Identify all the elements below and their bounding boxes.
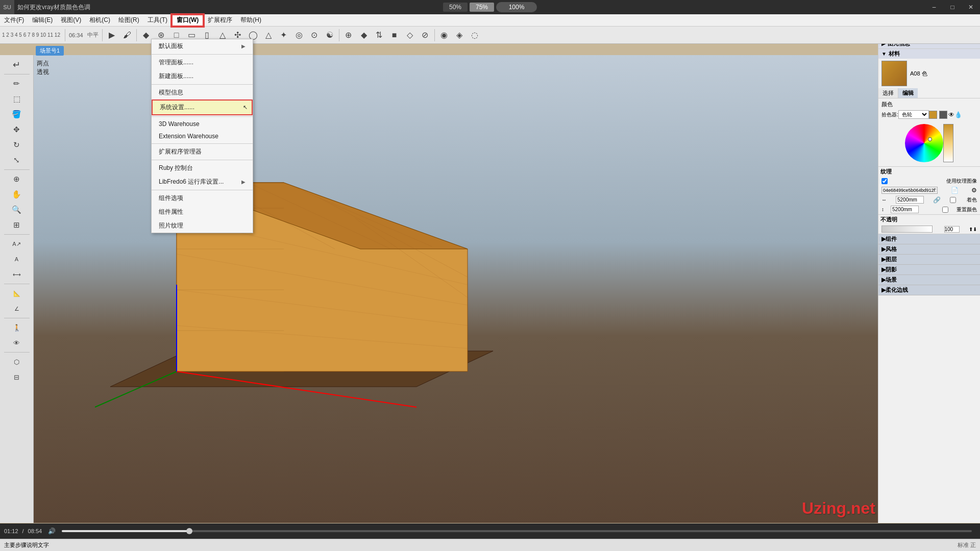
left-tool-select[interactable]: ↵ <box>10 58 24 72</box>
left-tool-angle[interactable]: ∠ <box>10 302 24 316</box>
menu-item-manage-panels[interactable]: 管理面板...... <box>152 56 253 69</box>
tool-extra-1[interactable]: ◉ <box>437 28 451 42</box>
menu-item-system-settings[interactable]: 系统设置...... ↖ <box>152 99 253 115</box>
progress-100: 100% <box>496 2 537 12</box>
opacity-bar[interactable] <box>881 226 933 233</box>
texture-icon-2[interactable]: ⚙ <box>971 187 977 194</box>
video-separator: / <box>22 528 24 534</box>
left-tool-pan[interactable]: ✋ <box>10 187 24 202</box>
tool-btn-cursor[interactable]: ▶ <box>105 28 119 42</box>
left-tool-dim[interactable]: ⟷ <box>10 267 24 282</box>
left-tool-zoomall[interactable]: ⊞ <box>10 218 24 232</box>
left-tool-paint[interactable]: 🪣 <box>10 107 24 121</box>
menu-item-component-options[interactable]: 组件选项 <box>152 191 253 205</box>
texture-id-field[interactable] <box>881 187 938 194</box>
left-tool-tape[interactable]: 📐 <box>10 286 24 300</box>
menu-window[interactable]: 窗口(W) <box>172 14 204 27</box>
tab-edit[interactable]: 编辑 <box>898 88 918 98</box>
material-preview-swatch[interactable] <box>881 61 907 86</box>
left-tool-section[interactable]: ⊟ <box>10 370 24 384</box>
progress-dot[interactable] <box>186 528 192 534</box>
left-tool-scale[interactable]: ⤡ <box>10 153 24 167</box>
close-button[interactable]: ✕ <box>962 0 980 14</box>
opacity-stepper[interactable]: ⬆⬇ <box>969 227 977 232</box>
tool-3d-9[interactable]: △ <box>261 28 276 42</box>
volume-icon[interactable]: 🔊 <box>48 528 56 535</box>
menu-draw[interactable]: 绘图(R) <box>114 14 143 27</box>
color-wheel[interactable] <box>905 124 943 162</box>
progress-50: 50% <box>443 3 468 12</box>
texture-height-input[interactable] <box>891 206 919 213</box>
styles-section[interactable]: ▶ 风格 <box>878 244 980 255</box>
left-tool-orbit[interactable]: ⊕ <box>10 172 24 186</box>
texture-width-input[interactable] <box>896 196 924 204</box>
use-texture-checkbox[interactable] <box>881 178 888 184</box>
menu-item-photo-texture[interactable]: 照片纹理 <box>152 219 253 233</box>
tab-select[interactable]: 选择 <box>878 88 898 98</box>
reset-checkbox[interactable] <box>942 207 948 213</box>
maximize-button[interactable]: □ <box>943 0 962 14</box>
menu-item-default-panels[interactable]: 默认面板 ▶ <box>152 39 253 53</box>
tool-nav-6[interactable]: ⊘ <box>418 28 432 42</box>
menu-item-component-props[interactable]: 组件属性 <box>152 205 253 219</box>
tint-checkbox[interactable] <box>950 197 956 203</box>
toolbar-divider-3 <box>136 29 137 41</box>
layers-label: 图层 <box>886 256 897 263</box>
left-tool-zoom[interactable]: 🔍 <box>10 203 24 217</box>
left-tool-rotate[interactable]: ↻ <box>10 138 24 152</box>
menu-item-3d-warehouse[interactable]: 3D Warehouse <box>152 118 253 130</box>
left-tool-text[interactable]: A↗ <box>10 237 24 251</box>
shadows-section[interactable]: ▶ 阴影 <box>878 265 980 275</box>
tool-nav-3[interactable]: ⇅ <box>372 28 386 42</box>
menu-edit[interactable]: 编辑(E) <box>28 14 57 27</box>
tool-3d-10[interactable]: ✦ <box>277 28 291 42</box>
tool-3d-12[interactable]: ⊙ <box>307 28 322 42</box>
components-section[interactable]: ▶ 组件 <box>878 234 980 244</box>
color-swatch-2[interactable] <box>939 111 947 119</box>
menu-item-model-info[interactable]: 模型信息 <box>152 86 253 99</box>
menu-item-extension-manager[interactable]: 扩展程序管理器 <box>152 145 253 159</box>
dropper-icon[interactable]: 💧 <box>954 111 962 118</box>
tool-extra-2[interactable]: ◈ <box>452 28 467 42</box>
left-tool-walk[interactable]: 🚶 <box>10 320 24 335</box>
minimize-button[interactable]: – <box>925 0 943 14</box>
tool-3d-13[interactable]: ☯ <box>323 28 337 42</box>
picker-type-select[interactable]: 色轮 <box>898 110 929 119</box>
tool-nav-2[interactable]: ◆ <box>357 28 371 42</box>
menu-item-libfredo[interactable]: LibFredo6 运行库设置... ▶ <box>152 175 253 189</box>
left-separator-3 <box>4 234 30 235</box>
tool-btn-paint[interactable]: 🖌 <box>120 28 134 42</box>
menu-view[interactable]: 视图(V) <box>57 14 85 27</box>
left-tool-eraser[interactable]: ⬚ <box>10 92 24 106</box>
menu-extensions[interactable]: 扩展程序 <box>204 14 236 27</box>
eye-icon[interactable]: 👁 <box>948 111 954 118</box>
left-tool-pencil[interactable]: ✏ <box>10 77 24 91</box>
tool-nav-4[interactable]: ■ <box>387 28 402 42</box>
scene-tab-label[interactable]: 场景号1 <box>36 46 64 56</box>
tool-extra-3[interactable]: ◌ <box>468 28 482 42</box>
progress-bar-bg[interactable] <box>62 530 972 532</box>
tool-nav-5[interactable]: ◇ <box>403 28 417 42</box>
opacity-value[interactable] <box>944 226 960 233</box>
menu-item-ruby-console[interactable]: Ruby 控制台 <box>152 161 253 175</box>
menu-item-extension-warehouse[interactable]: Extension Warehouse <box>152 130 253 142</box>
scenes-section[interactable]: ▶ 场景 <box>878 275 980 285</box>
menu-help[interactable]: 帮助(H) <box>236 14 265 27</box>
lock-icon[interactable]: 🔗 <box>933 196 941 204</box>
tool-nav-1[interactable]: ⊕ <box>341 28 356 42</box>
soften-edges-section[interactable]: ▶ 柔化边线 <box>878 285 980 295</box>
texture-icon-1[interactable]: 📄 <box>951 187 959 194</box>
menu-camera[interactable]: 相机(C) <box>85 14 114 27</box>
left-tool-components[interactable]: ⬡ <box>10 355 24 369</box>
layers-section[interactable]: ▶ 图层 <box>878 255 980 265</box>
left-tool-3dtext[interactable]: A <box>10 252 24 266</box>
materials-header[interactable]: ▼ 材料 <box>878 49 980 59</box>
tool-3d-11[interactable]: ◎ <box>292 28 306 42</box>
menu-tools[interactable]: 工具(T) <box>143 14 172 27</box>
left-tool-move[interactable]: ✥ <box>10 122 24 137</box>
color-swatch-1[interactable] <box>929 111 937 119</box>
left-tool-lookaround[interactable]: 👁 <box>10 336 24 350</box>
menu-item-new-panel[interactable]: 新建面板...... <box>152 69 253 83</box>
color-strip[interactable] <box>943 124 953 162</box>
menu-file[interactable]: 文件(F) <box>0 14 28 27</box>
